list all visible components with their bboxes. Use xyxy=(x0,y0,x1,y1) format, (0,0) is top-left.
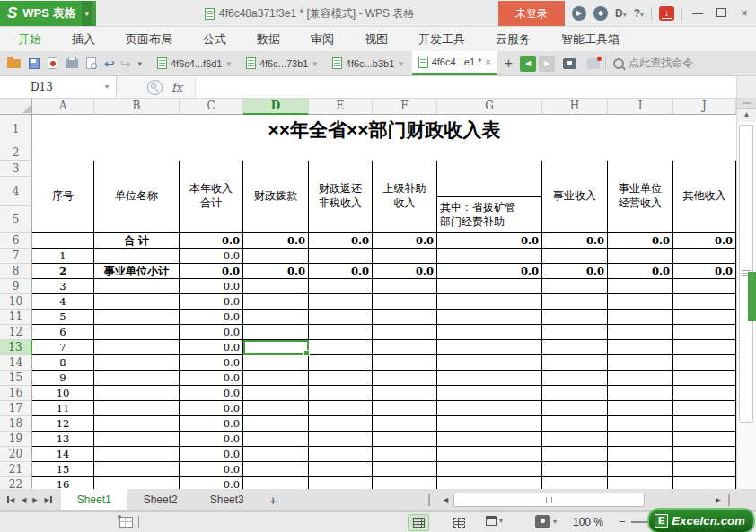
grid-cell[interactable] xyxy=(373,432,437,447)
grid-cell[interactable]: 事业单位小计 xyxy=(94,264,180,279)
column-header-E[interactable]: E xyxy=(309,99,373,115)
menu-item-review[interactable]: 审阅 xyxy=(311,31,334,48)
grid-cell[interactable] xyxy=(309,447,373,462)
header-cell-G-top[interactable] xyxy=(437,161,542,197)
grid-cell[interactable] xyxy=(608,447,673,462)
grid-cell[interactable]: 0.0 xyxy=(180,325,243,340)
grid-cell[interactable] xyxy=(373,462,437,477)
grid-cell[interactable] xyxy=(243,386,309,401)
grid-cell[interactable]: 0.0 xyxy=(309,233,373,249)
grid-cell[interactable] xyxy=(94,462,180,477)
add-sheet-button[interactable]: + xyxy=(260,489,286,510)
grid-cell[interactable] xyxy=(32,233,94,249)
toolbar-dropdown-icon[interactable]: ▾ xyxy=(137,59,142,68)
grid-cell[interactable] xyxy=(542,294,608,310)
grid-cell[interactable] xyxy=(373,371,437,386)
grid-cell[interactable]: 0.0 xyxy=(180,371,243,386)
scroll-up-icon[interactable]: ▲ xyxy=(737,108,756,122)
page-layout-view-button[interactable]: ▾ xyxy=(486,516,503,526)
grid-cell[interactable]: 0.0 xyxy=(180,447,243,462)
row-header-19[interactable]: 19 xyxy=(0,432,32,447)
menu-item-view[interactable]: 视图 xyxy=(365,31,388,48)
grid-cell[interactable] xyxy=(608,355,673,371)
grid-cell[interactable]: 5 xyxy=(32,310,94,325)
grid-cell[interactable]: 0.0 xyxy=(608,233,673,249)
grid-cell[interactable]: 0.0 xyxy=(180,401,243,416)
grid-cell[interactable]: 2 xyxy=(32,264,94,279)
grid-cell[interactable]: 11 xyxy=(32,401,94,416)
grid-cell[interactable] xyxy=(94,432,180,447)
grid-cell[interactable] xyxy=(94,310,180,325)
row-header-1[interactable]: 1 xyxy=(0,115,32,144)
header-cell-E[interactable]: 财政返还 非税收入 xyxy=(309,161,373,233)
grid-cell[interactable] xyxy=(243,447,309,462)
grid-cell[interactable] xyxy=(373,279,437,294)
grid-cell[interactable]: 12 xyxy=(32,416,94,432)
row-header-6[interactable]: 6 xyxy=(0,233,32,249)
grid-cell[interactable] xyxy=(608,279,673,294)
prev-sheet-icon[interactable]: ◀ xyxy=(21,496,26,504)
grid-cell[interactable] xyxy=(437,294,542,310)
grid-cell[interactable]: 0.0 xyxy=(243,233,309,249)
scroll-left-icon[interactable]: ◀ xyxy=(439,493,452,507)
grid-cell[interactable] xyxy=(309,416,373,432)
wps-menu-button[interactable]: S WPS 表格 ▾ xyxy=(0,1,96,26)
row-header-21[interactable]: 21 xyxy=(0,462,32,477)
grid-cell[interactable] xyxy=(437,462,542,477)
grid-cell[interactable] xyxy=(437,340,542,355)
grid-cell[interactable] xyxy=(309,310,373,325)
grid-cell[interactable] xyxy=(437,279,542,294)
circle-play-icon[interactable]: ▶ xyxy=(572,6,586,21)
grid-cell[interactable] xyxy=(673,462,736,477)
grid-cell[interactable] xyxy=(608,462,673,477)
grid-cell[interactable] xyxy=(309,432,373,447)
grid-cell[interactable] xyxy=(243,294,309,310)
grid-cell[interactable] xyxy=(243,249,309,264)
command-search[interactable]: 点此查找命令 xyxy=(613,56,693,71)
grid-cell[interactable]: 0.0 xyxy=(180,340,243,355)
row-header-2[interactable]: 2 xyxy=(0,144,32,161)
grid-cell[interactable] xyxy=(373,249,437,264)
column-header-B[interactable]: B xyxy=(94,99,180,115)
grid-cell[interactable] xyxy=(437,432,542,447)
scroll-right-icon[interactable]: ▶ xyxy=(712,493,725,507)
grid-cell[interactable] xyxy=(94,355,180,371)
grid-cell[interactable] xyxy=(309,249,373,264)
grid-cell[interactable]: 0.0 xyxy=(673,233,736,249)
grid-cell[interactable] xyxy=(608,401,673,416)
grid-cell[interactable] xyxy=(373,340,437,355)
grid-cell[interactable] xyxy=(608,371,673,386)
row-header-5[interactable]: 5 xyxy=(0,206,32,233)
grid-cell[interactable] xyxy=(437,477,542,489)
header-cell-G-sub[interactable]: 其中：省拨矿管 部门经费补助 xyxy=(437,197,542,233)
next-tab-button[interactable]: ▶ xyxy=(539,56,555,72)
grid-cell[interactable]: 3 xyxy=(32,279,94,294)
grid-cell[interactable]: 0.0 xyxy=(180,310,243,325)
grid-cell[interactable] xyxy=(542,462,608,477)
grid-cell[interactable] xyxy=(373,447,437,462)
grid-cell[interactable] xyxy=(608,416,673,432)
header-cell-C[interactable]: 本年收入 合计 xyxy=(180,161,243,233)
spreadsheet-grid[interactable]: ABCDEFGHIJ123456789101112131415161718192… xyxy=(0,99,736,489)
export-pdf-icon[interactable] xyxy=(48,57,57,69)
grid-cell[interactable] xyxy=(542,401,608,416)
grid-cell[interactable]: 7 xyxy=(32,340,94,355)
grid-cell[interactable] xyxy=(309,279,373,294)
grid-cell[interactable] xyxy=(437,371,542,386)
row-header-22[interactable]: 22 xyxy=(0,477,32,489)
row-header-9[interactable]: 9 xyxy=(0,279,32,294)
grid-cell[interactable] xyxy=(309,386,373,401)
function-search-icon[interactable] xyxy=(147,80,163,95)
grid-cell[interactable] xyxy=(373,325,437,340)
grid-cell[interactable] xyxy=(437,416,542,432)
grid-cell[interactable] xyxy=(373,355,437,371)
eye-protection-button[interactable]: ▾ xyxy=(535,515,557,528)
grid-cell[interactable] xyxy=(673,386,736,401)
pen-style-icon[interactable]: D▾ xyxy=(615,7,627,20)
grid-cell[interactable] xyxy=(437,249,542,264)
grid-cell[interactable]: 0.0 xyxy=(180,462,243,477)
header-cell-A[interactable]: 序号 xyxy=(32,161,94,233)
grid-cell[interactable] xyxy=(673,432,736,447)
normal-view-button[interactable] xyxy=(408,514,429,531)
grid-cell[interactable]: 0.0 xyxy=(180,416,243,432)
